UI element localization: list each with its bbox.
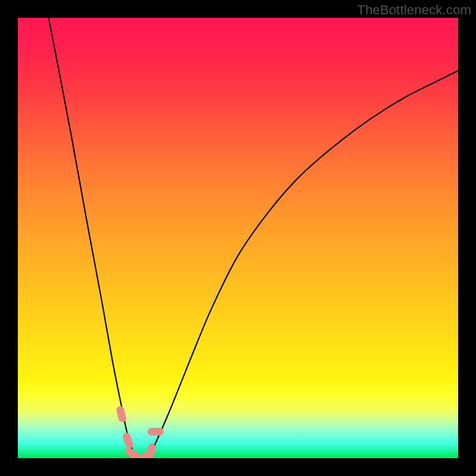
outer-frame: TheBottleneck.com bbox=[0, 0, 476, 476]
plot-area bbox=[18, 18, 458, 458]
curve-markers bbox=[120, 410, 159, 458]
watermark-text: TheBottleneck.com bbox=[357, 2, 471, 18]
bottleneck-curve bbox=[49, 18, 458, 458]
marker-point bbox=[120, 410, 122, 418]
marker-point bbox=[127, 437, 129, 444]
marker-point bbox=[140, 455, 147, 458]
marker-point bbox=[150, 447, 152, 456]
bottleneck-chart bbox=[18, 18, 458, 458]
